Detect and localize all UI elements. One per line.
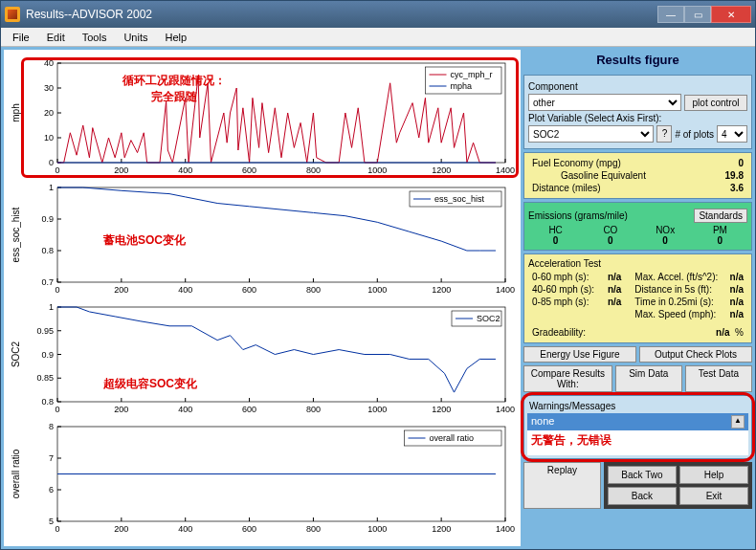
plot-variable-select[interactable]: SOC2 [528, 125, 654, 143]
svg-text:1: 1 [49, 302, 54, 312]
annotation-2: 蓄电池SOC变化 [103, 232, 186, 249]
annotation-3: 超级电容SOC变化 [103, 376, 197, 392]
time-025mi-value: n/a [730, 297, 744, 307]
help-button[interactable]: Help [679, 466, 748, 484]
help-icon-button[interactable]: ? [656, 125, 672, 143]
grade-pct: % [735, 327, 744, 338]
warnings-list[interactable]: none ▲ [527, 413, 748, 430]
svg-text:1: 1 [49, 183, 54, 192]
hc-label: HC [528, 225, 583, 235]
svg-text:0: 0 [55, 285, 59, 295]
warnings-panel: Warnings/Messages none ▲ 无警告，无错误 [523, 395, 752, 459]
svg-text:SOC2: SOC2 [477, 314, 500, 323]
svg-text:400: 400 [178, 524, 192, 534]
svg-text:400: 400 [178, 165, 192, 175]
svg-text:0.9: 0.9 [41, 350, 54, 360]
svg-text:1400: 1400 [496, 405, 515, 414]
distance-value: 3.6 [730, 183, 744, 193]
num-plots-select[interactable]: 4 [717, 125, 747, 143]
subplot-2[interactable]: 蓄电池SOC变化 02004006008001000120014000.70.8… [8, 180, 517, 299]
svg-text:0: 0 [55, 405, 59, 414]
maximize-button[interactable]: ▭ [684, 6, 711, 23]
svg-text:6: 6 [49, 485, 54, 495]
fuel-economy-label: Fuel Economy (mpg) [532, 158, 621, 168]
gas-equiv-label: Gasoline Equivalent [532, 170, 646, 181]
accel-40-60-value: n/a [608, 284, 621, 295]
svg-text:0.7: 0.7 [41, 277, 54, 287]
svg-text:1400: 1400 [496, 524, 515, 534]
standards-button[interactable]: Standards [694, 209, 747, 223]
max-speed-label: Max. Speed (mph): [634, 309, 716, 319]
menu-help[interactable]: Help [157, 30, 194, 45]
menu-file[interactable]: File [5, 30, 37, 45]
svg-text:7: 7 [49, 453, 54, 463]
svg-text:1200: 1200 [432, 524, 451, 534]
chart-area: 循环工况跟随情况： 完全跟随 0200400600800100012001400… [4, 50, 521, 546]
co-label: CO [583, 225, 637, 235]
svg-text:800: 800 [306, 405, 321, 414]
annotation-4: 无警告，无错误 [531, 433, 611, 447]
replay-button[interactable]: Replay [523, 462, 601, 509]
svg-text:5: 5 [49, 517, 54, 526]
svg-text:0.9: 0.9 [41, 214, 54, 224]
menu-units[interactable]: Units [116, 30, 155, 45]
svg-text:600: 600 [242, 524, 256, 534]
svg-text:cyc_mph_r: cyc_mph_r [451, 70, 493, 79]
exit-button[interactable]: Exit [679, 487, 748, 505]
subplot-4[interactable]: 02004006008001000120014005678overall rat… [8, 419, 517, 539]
test-data-button[interactable]: Test Data [685, 365, 752, 392]
component-select[interactable]: other [528, 94, 681, 111]
window-title: Results--ADVISOR 2002 [26, 8, 657, 21]
svg-text:200: 200 [114, 165, 128, 175]
subplot-3[interactable]: 超级电容SOC变化 02004006008001000120014000.80.… [8, 299, 517, 419]
svg-text:600: 600 [242, 165, 256, 175]
dist-5s-value: n/a [730, 284, 744, 295]
warnings-scroll-up-icon[interactable]: ▲ [731, 415, 745, 429]
svg-text:ess_soc_hist: ess_soc_hist [434, 194, 485, 204]
nox-label: NOx [638, 225, 693, 235]
back-two-button[interactable]: Back Two [608, 466, 677, 484]
svg-text:200: 200 [114, 285, 128, 295]
menu-tools[interactable]: Tools [75, 30, 115, 45]
svg-text:400: 400 [178, 405, 192, 414]
back-button[interactable]: Back [608, 487, 677, 505]
svg-text:1000: 1000 [367, 405, 387, 414]
close-button[interactable]: ✕ [711, 6, 751, 23]
svg-text:1000: 1000 [367, 285, 387, 295]
svg-text:800: 800 [306, 524, 321, 534]
accel-40-60-label: 40-60 mph (s): [532, 284, 594, 295]
component-label: Component [528, 81, 578, 92]
accel-title: Acceleration Test [528, 258, 747, 269]
svg-text:8: 8 [49, 422, 54, 431]
output-check-plots-button[interactable]: Output Check Plots [639, 346, 752, 363]
plot-control-button[interactable]: plot control [684, 95, 747, 111]
svg-text:0.95: 0.95 [36, 326, 54, 336]
annotation-1a: 循环工况跟随情况： [122, 73, 226, 89]
dist-5s-label: Distance in 5s (ft): [634, 284, 712, 295]
annotation-1b: 完全跟随 [122, 89, 226, 105]
minimize-button[interactable]: — [657, 6, 684, 23]
menubar: File Edit Tools Units Help [1, 28, 755, 47]
svg-text:1000: 1000 [367, 524, 387, 534]
sim-data-button[interactable]: Sim Data [615, 365, 682, 392]
svg-text:200: 200 [114, 405, 128, 414]
svg-text:1200: 1200 [432, 285, 451, 295]
svg-text:10: 10 [44, 133, 54, 143]
warnings-header: Warnings/Messages [527, 399, 748, 413]
co-value: 0 [608, 235, 613, 246]
energy-use-figure-button[interactable]: Energy Use Figure [523, 346, 636, 363]
svg-text:0: 0 [55, 524, 59, 534]
svg-text:600: 600 [242, 405, 256, 414]
fuel-economy-value: 0 [738, 158, 744, 168]
menu-edit[interactable]: Edit [39, 30, 73, 45]
svg-text:1000: 1000 [367, 165, 387, 175]
accel-0-85-value: n/a [608, 297, 621, 307]
num-plots-label: # of plots [675, 129, 714, 140]
gas-equiv-value: 19.8 [725, 170, 744, 181]
svg-text:mph: mph [11, 103, 21, 121]
emissions-label: Emissions (grams/mile) [528, 210, 628, 221]
results-figure-title: Results figure [523, 50, 752, 72]
svg-text:0.8: 0.8 [41, 246, 54, 255]
svg-text:30: 30 [44, 83, 54, 93]
subplot-1[interactable]: 循环工况跟随情况： 完全跟随 0200400600800100012001400… [8, 55, 517, 180]
